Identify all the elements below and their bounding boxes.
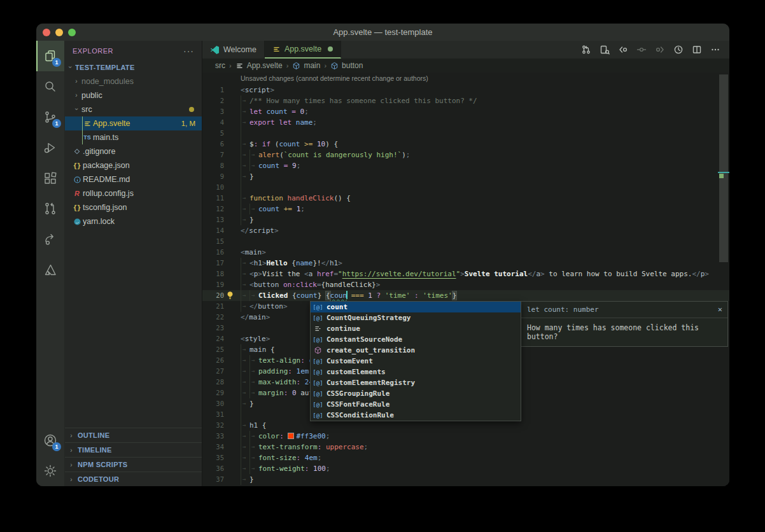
tree-item-node-modules[interactable]: ›node_modules — [65, 74, 202, 88]
variable-icon: [@] — [312, 402, 323, 408]
split-editor-icon[interactable] — [691, 43, 703, 56]
code-editor[interactable]: Unsaved changes (cannot determine recent… — [202, 73, 729, 486]
tab-welcome[interactable]: Welcome — [202, 41, 265, 59]
activity-accounts[interactable]: 1 — [36, 425, 64, 456]
code-line-2[interactable]: 2→/** How many times has someone clicked… — [202, 95, 729, 106]
activity-search[interactable] — [36, 71, 64, 102]
indent-guide: → — [241, 377, 249, 388]
suggest-item-cssgroupingrule[interactable]: [@]CSSGroupingRule — [311, 388, 521, 399]
code-line-11[interactable]: 11→function handleClick() { — [202, 193, 729, 204]
section-codetour[interactable]: ›CODETOUR — [65, 472, 202, 486]
activity-settings[interactable] — [36, 456, 64, 486]
code-line-4[interactable]: 4→export let name; — [202, 117, 729, 128]
gutter — [224, 333, 241, 344]
pull-request-icon — [43, 201, 58, 216]
code-line-19[interactable]: 19→<button on:click={handleClick}> — [202, 279, 729, 290]
activity-azure[interactable] — [36, 255, 64, 285]
suggest-item-create_out_transition[interactable]: create_out_transition — [311, 345, 521, 356]
code-line-13[interactable]: 13→} — [202, 214, 729, 225]
code-line-16[interactable]: 16<main> — [202, 247, 729, 258]
tree-item-tsconfig-json[interactable]: {}tsconfig.json — [65, 200, 202, 214]
tree-item-main-ts[interactable]: TSmain.ts — [65, 130, 202, 144]
lightbulb-icon[interactable] — [226, 291, 234, 300]
open-changes-icon[interactable] — [598, 43, 611, 56]
tree-item-yarn-lock[interactable]: yarn.lock — [65, 214, 202, 228]
gutter — [224, 160, 241, 171]
suggest-item-cssfontfacerule[interactable]: [@]CSSFontFaceRule — [311, 399, 521, 410]
git-compare-icon[interactable] — [580, 43, 593, 56]
code-line-34[interactable]: 34→→text-transform: uppercase; — [202, 442, 729, 452]
activity-github-pull-requests[interactable] — [36, 193, 64, 224]
suggest-item-continue[interactable]: continue — [311, 323, 521, 334]
code-line-8[interactable]: 8→→count = 9; — [202, 160, 729, 171]
tree-item-readme-md[interactable]: README.md — [65, 172, 202, 186]
code-line-35[interactable]: 35→→font-size: 4em; — [202, 452, 729, 463]
code-line-6[interactable]: 6→$: if (count >= 10) { — [202, 139, 729, 150]
more-actions-icon[interactable] — [709, 43, 722, 56]
tree-item-package-json[interactable]: {}package.json — [65, 158, 202, 172]
activity-source-control[interactable]: 1 — [36, 102, 64, 132]
code-line-20[interactable]: 20→→Clicked {count} {coun === 1 ? 'time'… — [202, 290, 729, 301]
suggest-item-count[interactable]: [@]count — [311, 302, 521, 312]
code-line-36[interactable]: 36→→font-weight: 100; — [202, 463, 729, 474]
suggest-item-customelementregistry[interactable]: [@]CustomElementRegistry — [311, 377, 521, 388]
tree-item-app-svelte[interactable]: App.svelte1, M — [65, 116, 202, 130]
suggest-item-cssconditionrule[interactable]: [@]CSSConditionRule — [311, 410, 521, 421]
minimize-button[interactable] — [55, 29, 63, 36]
code-line-9[interactable]: 9→} — [202, 171, 729, 182]
zoom-button[interactable] — [68, 29, 76, 36]
title-bar[interactable]: App.svelte — test-template — [36, 24, 729, 41]
tree-root[interactable]: ›TEST-TEMPLATE — [65, 60, 202, 74]
code-line-1[interactable]: 1<script> — [202, 85, 729, 95]
line-number: 2 — [202, 95, 224, 106]
gutter — [224, 95, 241, 106]
close-button[interactable] — [43, 29, 50, 36]
breadcrumb-item-button[interactable]: button — [330, 61, 363, 70]
suggest-item-countqueuingstrategy[interactable]: [@]CountQueuingStrategy — [311, 312, 521, 323]
tab-app-svelte[interactable]: App.svelte — [265, 41, 341, 59]
indent-guide: → — [241, 106, 249, 117]
more-actions-icon[interactable]: ··· — [183, 46, 194, 56]
breadcrumb-item-src[interactable]: src — [215, 61, 225, 70]
section-timeline[interactable]: ›TIMELINE — [65, 442, 202, 457]
code-line-5[interactable]: 5→ — [202, 128, 729, 139]
code-line-3[interactable]: 3→let count = 0; — [202, 106, 729, 117]
gitlens-annotation: Unsaved changes (cannot determine recent… — [241, 73, 729, 85]
code-line-10[interactable]: 10→ — [202, 182, 729, 193]
activity-live-share[interactable] — [36, 224, 64, 255]
suggest-item-customevent[interactable]: [@]CustomEvent — [311, 356, 521, 367]
next-change-icon[interactable] — [654, 43, 666, 56]
breadcrumb-item-app-svelte[interactable]: App.svelte — [235, 61, 283, 70]
tree-item--gitignore[interactable]: .gitignore — [65, 144, 202, 158]
indent-guide: → — [241, 398, 249, 409]
activity-run-debug[interactable] — [36, 132, 64, 163]
tree-item-src[interactable]: ›src — [65, 102, 202, 116]
file-history-icon[interactable] — [672, 43, 685, 56]
code-line-17[interactable]: 17→<h1>Hello {name}!</h1> — [202, 258, 729, 269]
indent-guide: → — [241, 279, 249, 290]
activity-explorer[interactable]: 1 — [36, 41, 64, 71]
suggest-item-constantsourcenode[interactable]: [@]ConstantSourceNode — [311, 334, 521, 345]
code-line-12[interactable]: 12→→count += 1; — [202, 204, 729, 214]
code-line-14[interactable]: 14</script> — [202, 225, 729, 236]
file-label: src — [81, 105, 189, 114]
activity-extensions[interactable] — [36, 163, 64, 193]
scrollbar[interactable] — [718, 73, 729, 486]
gutter — [224, 398, 241, 409]
section-npm-scripts[interactable]: ›NPM SCRIPTS — [65, 457, 202, 472]
code-line-33[interactable]: 33→→color: #ff3e00; — [202, 431, 729, 442]
tree-item-public[interactable]: ›public — [65, 88, 202, 102]
code-line-18[interactable]: 18→<p>Visit the <a href="https://svelte.… — [202, 269, 729, 279]
section-outline[interactable]: ›OUTLINE — [65, 428, 202, 442]
breadcrumb-item-main[interactable]: main — [292, 61, 320, 70]
previous-change-icon[interactable] — [617, 43, 629, 56]
code-line-32[interactable]: 32→h1 { — [202, 420, 729, 431]
scrollbar-slider[interactable] — [719, 74, 728, 262]
code-line-7[interactable]: 7→→alert(`count is dangerously high!`); — [202, 150, 729, 160]
line-number: 5 — [202, 128, 224, 139]
code-line-37[interactable]: 37→} — [202, 474, 729, 485]
change-marker-icon[interactable] — [635, 43, 648, 56]
tree-item-rollup-config-js[interactable]: Rrollup.config.js — [65, 186, 202, 200]
suggest-item-customelements[interactable]: [@]customElements — [311, 367, 521, 377]
code-line-15[interactable]: 15 — [202, 236, 729, 247]
